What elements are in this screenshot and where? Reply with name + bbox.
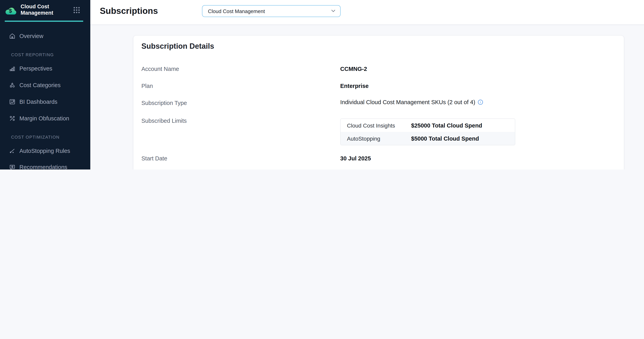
limit-value: $25000 Total Cloud Spend bbox=[411, 122, 482, 128]
info-icon[interactable]: i bbox=[478, 100, 483, 105]
module-switcher-grid-icon[interactable] bbox=[73, 7, 80, 15]
sidebar-item-label: AutoStopping Rules bbox=[20, 148, 70, 154]
plan-value: Enterprise bbox=[340, 83, 368, 89]
subscribed-limits-table: Cloud Cost Insights $25000 Total Cloud S… bbox=[340, 118, 515, 145]
percent-icon bbox=[9, 115, 16, 122]
table-row: Cloud Cost Insights $25000 Total Cloud S… bbox=[340, 119, 515, 132]
app-title: Cloud Cost Management bbox=[20, 4, 60, 16]
sidebar-item-label: Perspectives bbox=[20, 65, 52, 72]
sidebar-item-label: Recommendations bbox=[20, 164, 67, 170]
sidebar-item-margin-obfuscation[interactable]: Margin Obfuscation bbox=[5, 110, 83, 126]
sidebar-item-overview[interactable]: Overview bbox=[5, 28, 83, 44]
subscription-type-label: Subscription Type bbox=[142, 100, 187, 106]
limit-name: Cloud Cost Insights bbox=[340, 122, 411, 128]
sidebar-item-bi-dashboards[interactable]: BI Dashboards bbox=[5, 94, 83, 110]
subscription-type-text: Individual Cloud Cost Management SKUs (2… bbox=[340, 99, 475, 105]
bar-chart-icon bbox=[9, 65, 16, 72]
home-icon bbox=[9, 32, 16, 40]
subscription-details-title: Subscription Details bbox=[142, 42, 214, 51]
subscription-details-card: Subscription Details Account Name CCMNG-… bbox=[133, 35, 624, 170]
chevron-down-icon bbox=[331, 10, 336, 13]
subscription-type-value: Individual Cloud Cost Management SKUs (2… bbox=[340, 99, 483, 105]
sidebar: $ Cloud Cost Management Overview COST RE… bbox=[0, 0, 90, 170]
section-cost-reporting: COST REPORTING bbox=[11, 52, 54, 57]
sidebar-item-perspectives[interactable]: Perspectives bbox=[5, 60, 83, 76]
svg-text:$: $ bbox=[9, 8, 12, 14]
module-selector-dropdown[interactable]: Cloud Cost Management bbox=[202, 5, 340, 17]
page-title: Subscriptions bbox=[100, 6, 158, 16]
limit-name: AutoStopping bbox=[340, 135, 411, 142]
start-date-label: Start Date bbox=[142, 155, 167, 162]
sidebar-accent-divider bbox=[5, 20, 83, 22]
ccm-logo-icon: $ bbox=[5, 6, 17, 17]
sidebar-item-label: Overview bbox=[20, 33, 43, 39]
sidebar-item-recommendations[interactable]: Recommendations bbox=[5, 159, 83, 170]
app-window: $ Cloud Cost Management Overview COST RE… bbox=[0, 0, 644, 170]
plan-label: Plan bbox=[142, 83, 153, 89]
svg-text:i: i bbox=[480, 100, 481, 104]
sidebar-item-autostopping-rules[interactable]: AutoStopping Rules bbox=[5, 143, 83, 159]
sidebar-item-cost-categories[interactable]: Cost Categories bbox=[5, 77, 83, 93]
start-date-value: 30 Jul 2025 bbox=[340, 155, 371, 162]
sidebar-item-label: BI Dashboards bbox=[20, 98, 58, 105]
account-name-value: CCMNG-2 bbox=[340, 66, 367, 72]
shapes-icon bbox=[9, 82, 16, 89]
sidebar-item-label: Cost Categories bbox=[20, 82, 60, 88]
limit-value: $5000 Total Cloud Spend bbox=[411, 135, 479, 142]
dashboard-icon bbox=[9, 98, 16, 105]
main-area: Subscriptions Cloud Cost Management Subs… bbox=[90, 0, 644, 170]
recommendation-icon bbox=[9, 164, 16, 170]
page-header: Subscriptions Cloud Cost Management bbox=[90, 0, 644, 25]
autostopping-icon bbox=[9, 147, 16, 154]
section-cost-optimization: COST OPTIMIZATION bbox=[11, 135, 60, 140]
sidebar-item-label: Margin Obfuscation bbox=[20, 115, 69, 122]
account-name-label: Account Name bbox=[142, 66, 179, 72]
table-row: AutoStopping $5000 Total Cloud Spend bbox=[340, 132, 515, 145]
module-selector-value: Cloud Cost Management bbox=[208, 8, 265, 14]
subscribed-limits-label: Subscribed Limits bbox=[142, 118, 187, 124]
